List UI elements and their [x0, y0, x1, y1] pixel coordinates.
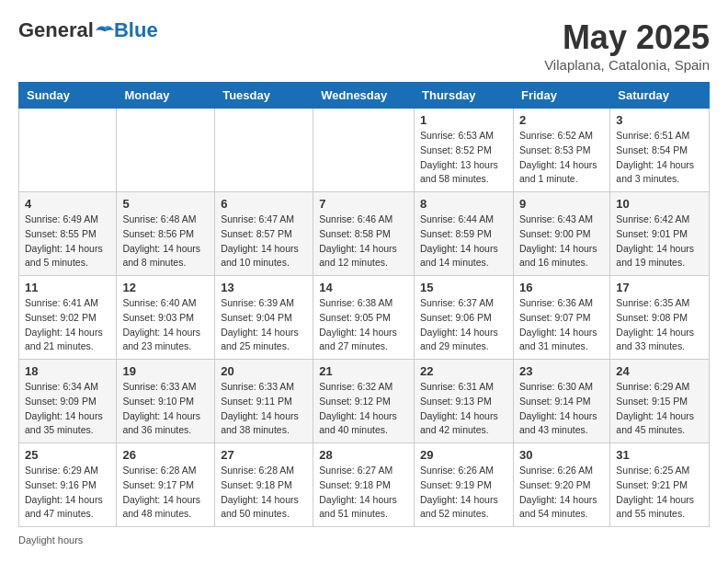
calendar-week-1: 1Sunrise: 6:53 AM Sunset: 8:52 PM Daylig…	[19, 109, 710, 192]
calendar-cell: 2Sunrise: 6:52 AM Sunset: 8:53 PM Daylig…	[513, 109, 609, 192]
day-number: 12	[122, 281, 209, 294]
day-info: Sunrise: 6:51 AM Sunset: 8:54 PM Dayligh…	[616, 129, 703, 187]
day-number: 24	[616, 364, 703, 378]
day-number: 4	[25, 197, 110, 211]
day-number: 2	[519, 113, 604, 127]
day-info: Sunrise: 6:29 AM Sunset: 9:16 PM Dayligh…	[25, 464, 110, 522]
calendar-cell: 16Sunrise: 6:36 AM Sunset: 9:07 PM Dayli…	[513, 276, 609, 360]
day-number: 17	[616, 281, 703, 294]
calendar-cell: 4Sunrise: 6:49 AM Sunset: 8:55 PM Daylig…	[19, 192, 117, 276]
day-number: 14	[319, 281, 408, 294]
day-info: Sunrise: 6:32 AM Sunset: 9:12 PM Dayligh…	[319, 380, 408, 438]
day-info: Sunrise: 6:25 AM Sunset: 9:21 PM Dayligh…	[616, 464, 703, 522]
calendar-cell: 26Sunrise: 6:28 AM Sunset: 9:17 PM Dayli…	[117, 443, 215, 527]
day-of-week-wednesday: Wednesday	[313, 83, 415, 109]
day-info: Sunrise: 6:33 AM Sunset: 9:11 PM Dayligh…	[221, 380, 307, 438]
calendar-cell: 3Sunrise: 6:51 AM Sunset: 8:54 PM Daylig…	[610, 109, 710, 192]
day-info: Sunrise: 6:35 AM Sunset: 9:08 PM Dayligh…	[616, 296, 703, 354]
calendar-week-3: 11Sunrise: 6:41 AM Sunset: 9:02 PM Dayli…	[19, 276, 710, 360]
calendar-cell: 1Sunrise: 6:53 AM Sunset: 8:52 PM Daylig…	[415, 109, 514, 192]
calendar: SundayMondayTuesdayWednesdayThursdayFrid…	[18, 82, 710, 527]
calendar-cell: 31Sunrise: 6:25 AM Sunset: 9:21 PM Dayli…	[610, 443, 710, 527]
calendar-cell: 15Sunrise: 6:37 AM Sunset: 9:06 PM Dayli…	[415, 276, 514, 360]
day-info: Sunrise: 6:46 AM Sunset: 8:58 PM Dayligh…	[319, 213, 408, 270]
day-number: 25	[25, 448, 110, 462]
calendar-cell: 11Sunrise: 6:41 AM Sunset: 9:02 PM Dayli…	[19, 276, 117, 360]
day-number: 26	[122, 448, 209, 462]
calendar-cell: 27Sunrise: 6:28 AM Sunset: 9:18 PM Dayli…	[215, 443, 313, 527]
logo-blue: Blue	[114, 18, 158, 42]
calendar-cell: 10Sunrise: 6:42 AM Sunset: 9:01 PM Dayli…	[610, 192, 710, 276]
day-info: Sunrise: 6:29 AM Sunset: 9:15 PM Dayligh…	[616, 380, 703, 438]
day-number: 5	[122, 197, 209, 211]
day-of-week-friday: Friday	[513, 83, 609, 109]
calendar-week-4: 18Sunrise: 6:34 AM Sunset: 9:09 PM Dayli…	[19, 360, 710, 443]
day-info: Sunrise: 6:31 AM Sunset: 9:13 PM Dayligh…	[420, 380, 507, 438]
day-info: Sunrise: 6:42 AM Sunset: 9:01 PM Dayligh…	[616, 213, 703, 270]
day-number: 1	[420, 113, 507, 127]
day-number: 3	[616, 113, 703, 127]
calendar-cell: 20Sunrise: 6:33 AM Sunset: 9:11 PM Dayli…	[215, 360, 313, 443]
day-info: Sunrise: 6:30 AM Sunset: 9:14 PM Dayligh…	[519, 380, 604, 438]
day-number: 13	[221, 281, 307, 294]
day-info: Sunrise: 6:33 AM Sunset: 9:10 PM Dayligh…	[122, 380, 209, 438]
calendar-cell	[215, 109, 313, 192]
day-info: Sunrise: 6:43 AM Sunset: 9:00 PM Dayligh…	[519, 213, 604, 270]
calendar-week-2: 4Sunrise: 6:49 AM Sunset: 8:55 PM Daylig…	[19, 192, 710, 276]
day-info: Sunrise: 6:52 AM Sunset: 8:53 PM Dayligh…	[519, 129, 604, 187]
day-of-week-thursday: Thursday	[415, 83, 514, 109]
day-info: Sunrise: 6:49 AM Sunset: 8:55 PM Dayligh…	[25, 213, 110, 270]
calendar-cell: 14Sunrise: 6:38 AM Sunset: 9:05 PM Dayli…	[313, 276, 415, 360]
day-number: 19	[122, 364, 209, 378]
day-number: 15	[420, 281, 507, 294]
calendar-cell: 21Sunrise: 6:32 AM Sunset: 9:12 PM Dayli…	[313, 360, 415, 443]
day-info: Sunrise: 6:28 AM Sunset: 9:18 PM Dayligh…	[221, 464, 307, 522]
calendar-header-row: SundayMondayTuesdayWednesdayThursdayFrid…	[19, 83, 710, 109]
day-number: 10	[616, 197, 703, 211]
calendar-cell: 23Sunrise: 6:30 AM Sunset: 9:14 PM Dayli…	[513, 360, 609, 443]
day-info: Sunrise: 6:44 AM Sunset: 8:59 PM Dayligh…	[420, 213, 507, 270]
day-info: Sunrise: 6:26 AM Sunset: 9:20 PM Dayligh…	[519, 464, 604, 522]
day-number: 6	[221, 197, 307, 211]
day-info: Sunrise: 6:40 AM Sunset: 9:03 PM Dayligh…	[122, 296, 209, 354]
logo-general: General	[18, 18, 94, 42]
location: Vilaplana, Catalonia, Spain	[544, 57, 710, 73]
day-info: Sunrise: 6:48 AM Sunset: 8:56 PM Dayligh…	[122, 213, 209, 270]
calendar-cell: 24Sunrise: 6:29 AM Sunset: 9:15 PM Dayli…	[610, 360, 710, 443]
calendar-cell: 17Sunrise: 6:35 AM Sunset: 9:08 PM Dayli…	[610, 276, 710, 360]
day-of-week-monday: Monday	[117, 83, 215, 109]
calendar-cell	[313, 109, 415, 192]
day-number: 16	[519, 281, 604, 294]
day-number: 31	[616, 448, 703, 462]
day-number: 28	[319, 448, 408, 462]
logo: General Blue	[18, 18, 158, 42]
day-info: Sunrise: 6:41 AM Sunset: 9:02 PM Dayligh…	[25, 296, 110, 354]
day-number: 21	[319, 364, 408, 378]
day-number: 9	[519, 197, 604, 211]
calendar-cell: 5Sunrise: 6:48 AM Sunset: 8:56 PM Daylig…	[117, 192, 215, 276]
day-info: Sunrise: 6:38 AM Sunset: 9:05 PM Dayligh…	[319, 296, 408, 354]
day-number: 11	[25, 281, 110, 294]
logo-bird-icon	[96, 21, 114, 40]
day-number: 27	[221, 448, 307, 462]
day-number: 23	[519, 364, 604, 378]
calendar-cell: 19Sunrise: 6:33 AM Sunset: 9:10 PM Dayli…	[117, 360, 215, 443]
calendar-cell: 12Sunrise: 6:40 AM Sunset: 9:03 PM Dayli…	[117, 276, 215, 360]
calendar-cell: 30Sunrise: 6:26 AM Sunset: 9:20 PM Dayli…	[513, 443, 609, 527]
calendar-cell: 6Sunrise: 6:47 AM Sunset: 8:57 PM Daylig…	[215, 192, 313, 276]
calendar-week-5: 25Sunrise: 6:29 AM Sunset: 9:16 PM Dayli…	[19, 443, 710, 527]
day-of-week-sunday: Sunday	[19, 83, 117, 109]
day-number: 30	[519, 448, 604, 462]
calendar-cell: 8Sunrise: 6:44 AM Sunset: 8:59 PM Daylig…	[415, 192, 514, 276]
day-info: Sunrise: 6:34 AM Sunset: 9:09 PM Dayligh…	[25, 380, 110, 438]
day-info: Sunrise: 6:53 AM Sunset: 8:52 PM Dayligh…	[420, 129, 507, 187]
calendar-cell: 29Sunrise: 6:26 AM Sunset: 9:19 PM Dayli…	[415, 443, 514, 527]
calendar-cell: 18Sunrise: 6:34 AM Sunset: 9:09 PM Dayli…	[19, 360, 117, 443]
calendar-cell: 13Sunrise: 6:39 AM Sunset: 9:04 PM Dayli…	[215, 276, 313, 360]
calendar-cell	[19, 109, 117, 192]
day-number: 22	[420, 364, 507, 378]
calendar-cell: 7Sunrise: 6:46 AM Sunset: 8:58 PM Daylig…	[313, 192, 415, 276]
day-info: Sunrise: 6:36 AM Sunset: 9:07 PM Dayligh…	[519, 296, 604, 354]
month-title: May 2025	[544, 18, 710, 57]
day-info: Sunrise: 6:37 AM Sunset: 9:06 PM Dayligh…	[420, 296, 507, 354]
